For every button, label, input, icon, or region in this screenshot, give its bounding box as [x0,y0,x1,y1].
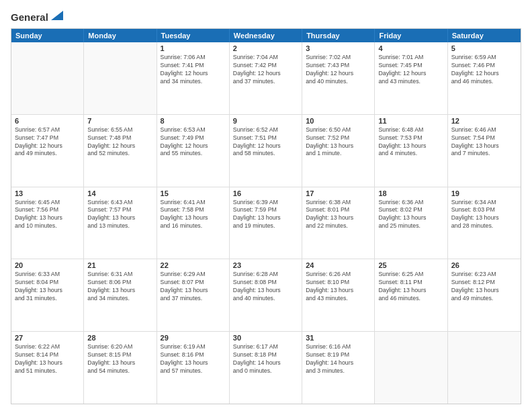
day-info: Sunrise: 6:43 AM Sunset: 7:57 PM Dayligh… [87,199,152,231]
day-number: 12 [451,117,517,125]
cal-empty [448,332,521,404]
day-info: Sunrise: 7:02 AM Sunset: 7:43 PM Dayligh… [306,54,371,86]
day-number: 11 [378,117,443,125]
weekday-header-wednesday: Wednesday [230,29,302,42]
header: General [11,11,521,23]
day-number: 10 [306,117,371,125]
day-number: 17 [306,189,371,197]
cal-day-6: 6Sunrise: 6:57 AM Sunset: 7:47 PM Daylig… [11,115,84,187]
day-number: 4 [378,44,443,52]
day-info: Sunrise: 6:50 AM Sunset: 7:52 PM Dayligh… [306,126,371,158]
cal-day-7: 7Sunrise: 6:55 AM Sunset: 7:48 PM Daylig… [84,115,157,187]
day-number: 20 [15,261,80,269]
day-number: 28 [87,334,152,342]
calendar-header: SundayMondayTuesdayWednesdayThursdayFrid… [11,29,521,42]
cal-row-3: 20Sunrise: 6:33 AM Sunset: 8:04 PM Dayli… [11,259,521,332]
day-info: Sunrise: 6:16 AM Sunset: 8:19 PM Dayligh… [306,343,371,375]
day-info: Sunrise: 6:38 AM Sunset: 8:01 PM Dayligh… [306,199,371,231]
cal-day-25: 25Sunrise: 6:25 AM Sunset: 8:11 PM Dayli… [375,259,447,331]
cal-day-17: 17Sunrise: 6:38 AM Sunset: 8:01 PM Dayli… [302,187,375,259]
day-info: Sunrise: 6:55 AM Sunset: 7:48 PM Dayligh… [87,126,152,158]
cal-day-4: 4Sunrise: 7:01 AM Sunset: 7:45 PM Daylig… [375,42,447,114]
day-number: 13 [15,189,80,197]
cal-day-8: 8Sunrise: 6:53 AM Sunset: 7:49 PM Daylig… [157,115,230,187]
cal-day-22: 22Sunrise: 6:29 AM Sunset: 8:07 PM Dayli… [157,259,230,331]
svg-marker-0 [51,11,63,20]
logo: General [11,11,63,23]
day-info: Sunrise: 6:48 AM Sunset: 7:53 PM Dayligh… [378,126,443,158]
day-info: Sunrise: 6:52 AM Sunset: 7:51 PM Dayligh… [233,126,298,158]
logo-triangle-icon [51,11,63,23]
cal-day-13: 13Sunrise: 6:45 AM Sunset: 7:56 PM Dayli… [11,187,84,259]
cal-day-28: 28Sunrise: 6:20 AM Sunset: 8:15 PM Dayli… [84,332,157,404]
day-info: Sunrise: 6:17 AM Sunset: 8:18 PM Dayligh… [233,343,298,375]
day-number: 3 [306,44,371,52]
weekday-header-sunday: Sunday [11,29,84,42]
day-number: 6 [15,117,80,125]
cal-day-14: 14Sunrise: 6:43 AM Sunset: 7:57 PM Dayli… [84,187,157,259]
cal-day-26: 26Sunrise: 6:23 AM Sunset: 8:12 PM Dayli… [448,259,521,331]
cal-day-16: 16Sunrise: 6:39 AM Sunset: 7:59 PM Dayli… [230,187,302,259]
cal-empty [84,42,157,114]
day-info: Sunrise: 6:57 AM Sunset: 7:47 PM Dayligh… [15,126,80,158]
day-info: Sunrise: 6:46 AM Sunset: 7:54 PM Dayligh… [451,126,517,158]
day-info: Sunrise: 6:33 AM Sunset: 8:04 PM Dayligh… [15,271,80,303]
cal-day-15: 15Sunrise: 6:41 AM Sunset: 7:58 PM Dayli… [157,187,230,259]
day-number: 22 [161,261,226,269]
cal-day-27: 27Sunrise: 6:22 AM Sunset: 8:14 PM Dayli… [11,332,84,404]
day-info: Sunrise: 6:28 AM Sunset: 8:08 PM Dayligh… [233,271,298,303]
day-number: 18 [378,189,443,197]
weekday-header-saturday: Saturday [448,29,521,42]
day-number: 29 [161,334,226,342]
day-number: 8 [161,117,226,125]
cal-day-10: 10Sunrise: 6:50 AM Sunset: 7:52 PM Dayli… [302,115,375,187]
day-info: Sunrise: 6:22 AM Sunset: 8:14 PM Dayligh… [15,343,80,375]
cal-day-5: 5Sunrise: 6:59 AM Sunset: 7:46 PM Daylig… [448,42,521,114]
day-info: Sunrise: 7:06 AM Sunset: 7:41 PM Dayligh… [161,54,226,86]
logo-general-text: General [11,11,48,23]
day-info: Sunrise: 6:20 AM Sunset: 8:15 PM Dayligh… [87,343,152,375]
cal-day-30: 30Sunrise: 6:17 AM Sunset: 8:18 PM Dayli… [230,332,302,404]
cal-day-20: 20Sunrise: 6:33 AM Sunset: 8:04 PM Dayli… [11,259,84,331]
day-number: 21 [87,261,152,269]
cal-day-12: 12Sunrise: 6:46 AM Sunset: 7:54 PM Dayli… [448,115,521,187]
day-info: Sunrise: 6:41 AM Sunset: 7:58 PM Dayligh… [161,199,226,231]
weekday-header-thursday: Thursday [302,29,375,42]
day-info: Sunrise: 6:29 AM Sunset: 8:07 PM Dayligh… [161,271,226,303]
day-info: Sunrise: 6:59 AM Sunset: 7:46 PM Dayligh… [451,54,517,86]
weekday-header-friday: Friday [375,29,447,42]
day-info: Sunrise: 6:39 AM Sunset: 7:59 PM Dayligh… [233,199,298,231]
weekday-header-monday: Monday [84,29,157,42]
cal-day-1: 1Sunrise: 7:06 AM Sunset: 7:41 PM Daylig… [157,42,230,114]
weekday-header-tuesday: Tuesday [157,29,230,42]
page: General SundayMondayTuesdayWednesdayThur… [0,0,532,411]
day-number: 25 [378,261,443,269]
day-info: Sunrise: 6:25 AM Sunset: 8:11 PM Dayligh… [378,271,443,303]
day-number: 31 [306,334,371,342]
day-info: Sunrise: 6:36 AM Sunset: 8:02 PM Dayligh… [378,199,443,231]
day-number: 14 [87,189,152,197]
day-number: 30 [233,334,298,342]
day-info: Sunrise: 6:23 AM Sunset: 8:12 PM Dayligh… [451,271,517,303]
day-number: 24 [306,261,371,269]
cal-day-31: 31Sunrise: 6:16 AM Sunset: 8:19 PM Dayli… [302,332,375,404]
day-number: 1 [161,44,226,52]
cal-day-21: 21Sunrise: 6:31 AM Sunset: 8:06 PM Dayli… [84,259,157,331]
day-number: 7 [87,117,152,125]
day-info: Sunrise: 6:31 AM Sunset: 8:06 PM Dayligh… [87,271,152,303]
day-number: 5 [451,44,517,52]
day-number: 26 [451,261,517,269]
cal-row-2: 13Sunrise: 6:45 AM Sunset: 7:56 PM Dayli… [11,187,521,260]
cal-day-3: 3Sunrise: 7:02 AM Sunset: 7:43 PM Daylig… [302,42,375,114]
calendar: SundayMondayTuesdayWednesdayThursdayFrid… [11,28,521,404]
day-info: Sunrise: 6:53 AM Sunset: 7:49 PM Dayligh… [161,126,226,158]
day-number: 15 [161,189,226,197]
day-number: 2 [233,44,298,52]
cal-empty [11,42,84,114]
day-info: Sunrise: 7:01 AM Sunset: 7:45 PM Dayligh… [378,54,443,86]
cal-day-18: 18Sunrise: 6:36 AM Sunset: 8:02 PM Dayli… [375,187,447,259]
cal-empty [375,332,447,404]
day-info: Sunrise: 7:04 AM Sunset: 7:42 PM Dayligh… [233,54,298,86]
day-info: Sunrise: 6:19 AM Sunset: 8:16 PM Dayligh… [161,343,226,375]
day-number: 23 [233,261,298,269]
